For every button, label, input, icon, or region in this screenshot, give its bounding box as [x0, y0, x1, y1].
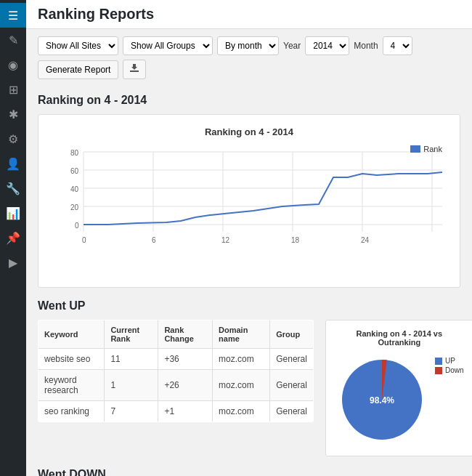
sidebar-icon-edit[interactable]: ✎ [0, 28, 26, 52]
cell-current-rank: 1 [105, 370, 158, 401]
page-title: Ranking Reports [38, 6, 460, 23]
legend-up: UP [435, 357, 464, 365]
download-button[interactable] [123, 60, 146, 79]
went-up-legend: UP Down [435, 357, 464, 374]
svg-marker-1 [131, 64, 137, 70]
month-label: Month [354, 41, 378, 51]
sidebar-icon-grid[interactable]: ⊞ [0, 77, 26, 102]
rank-legend-color [410, 145, 420, 153]
cell-rank-change: +1 [158, 401, 213, 422]
table-row: seo ranking 7 +1 moz.com General [38, 401, 314, 422]
cell-keyword: website seo [38, 349, 105, 370]
cell-domain: moz.com [213, 401, 270, 422]
table-row: website seo 11 +36 moz.com General [38, 349, 314, 370]
line-chart: Rank 80 60 40 20 0 0 6 12 18 24 [50, 145, 448, 275]
show-all-groups-select[interactable]: Show All Groups [123, 36, 213, 55]
year-select[interactable]: 2014 [305, 36, 349, 55]
went-up-pie-wrap: 98.4% UP Down [335, 352, 464, 447]
by-month-select[interactable]: By month [217, 36, 279, 55]
month-select[interactable]: 4 [383, 36, 412, 55]
svg-text:0: 0 [75, 222, 79, 230]
cell-keyword: seo ranking [38, 401, 105, 422]
svg-text:60: 60 [70, 167, 79, 175]
went-up-chart-title: Ranking on 4 - 2014 vs Outranking [335, 329, 464, 347]
generate-report-button[interactable]: Generate Report [38, 60, 118, 79]
legend-up-label: UP [445, 357, 455, 365]
toolbar: Show All Sites Show All Groups By month … [26, 29, 472, 86]
cell-domain: moz.com [213, 370, 270, 401]
sidebar-icon-circle[interactable]: ◉ [0, 52, 26, 77]
sidebar-icon-pin[interactable]: 📌 [0, 225, 26, 250]
sidebar-icon-star2[interactable]: ✱ [0, 102, 26, 126]
went-up-table-section: Keyword Current Rank Rank Change Domain … [38, 320, 314, 456]
svg-text:0: 0 [82, 236, 86, 244]
svg-text:40: 40 [70, 185, 79, 193]
svg-text:6: 6 [152, 236, 156, 244]
legend-down: Down [435, 366, 464, 374]
svg-text:12: 12 [221, 236, 230, 244]
col-group: Group [270, 320, 314, 349]
svg-text:18: 18 [291, 236, 300, 244]
went-up-chart-section: Ranking on 4 - 2014 vs Outranking 98.4% [325, 320, 472, 456]
col-rank-change: Rank Change [158, 320, 213, 349]
svg-rect-0 [130, 70, 139, 72]
cell-current-rank: 11 [105, 349, 158, 370]
line-chart-svg: 80 60 40 20 0 0 6 12 18 24 [50, 145, 464, 268]
download-icon [129, 63, 139, 73]
went-up-pie-svg: 98.4% [335, 352, 429, 447]
cell-rank-change: +26 [158, 370, 213, 401]
went-up-section: Keyword Current Rank Rank Change Domain … [38, 320, 460, 456]
ranking-section-title: Ranking on 4 - 2014 [38, 94, 460, 107]
table-row: keyword research 1 +26 moz.com General [38, 370, 314, 401]
sidebar-icon-chart[interactable]: 📊 [0, 201, 26, 225]
cell-group: General [270, 401, 314, 422]
svg-text:24: 24 [361, 236, 370, 244]
cell-rank-change: +36 [158, 349, 213, 370]
cell-current-rank: 7 [105, 401, 158, 422]
page-header: Ranking Reports [26, 0, 472, 29]
sidebar-icon-arrow[interactable]: ▶ [0, 250, 26, 275]
col-current-rank: Current Rank [105, 320, 158, 349]
col-domain: Domain name [213, 320, 270, 349]
cell-domain: moz.com [213, 349, 270, 370]
sidebar-icon-menu[interactable]: ☰ [0, 3, 26, 28]
show-all-sites-select[interactable]: Show All Sites [38, 36, 118, 55]
chart-legend: Rank [410, 145, 442, 153]
went-down-title: Went DOWN [38, 468, 460, 476]
legend-down-color [435, 367, 442, 374]
went-up-table: Keyword Current Rank Rank Change Domain … [38, 320, 314, 422]
svg-text:20: 20 [70, 203, 79, 211]
sidebar: ☰ ✎ ◉ ⊞ ✱ ⚙ 👤 🔧 📊 📌 ▶ [0, 0, 26, 476]
line-chart-title: Ranking on 4 - 2014 [50, 126, 448, 137]
cell-keyword: keyword research [38, 370, 105, 401]
went-up-title: Went UP [38, 299, 460, 312]
rank-legend-label: Rank [423, 145, 442, 153]
line-chart-container: Ranking on 4 - 2014 Rank 80 60 40 20 0 0 [38, 114, 460, 288]
col-keyword: Keyword [38, 320, 105, 349]
svg-text:80: 80 [70, 149, 79, 157]
svg-text:98.4%: 98.4% [370, 395, 394, 406]
cell-group: General [270, 349, 314, 370]
sidebar-icon-tools[interactable]: 🔧 [0, 176, 26, 201]
cell-group: General [270, 370, 314, 401]
main-content: Ranking Reports Show All Sites Show All … [26, 0, 472, 476]
sidebar-icon-user[interactable]: 👤 [0, 151, 26, 176]
sidebar-icon-gear[interactable]: ⚙ [0, 126, 26, 151]
year-label: Year [283, 41, 301, 51]
legend-up-color [435, 358, 442, 365]
legend-down-label: Down [445, 366, 464, 374]
content-area: Ranking on 4 - 2014 Ranking on 4 - 2014 … [26, 94, 472, 476]
